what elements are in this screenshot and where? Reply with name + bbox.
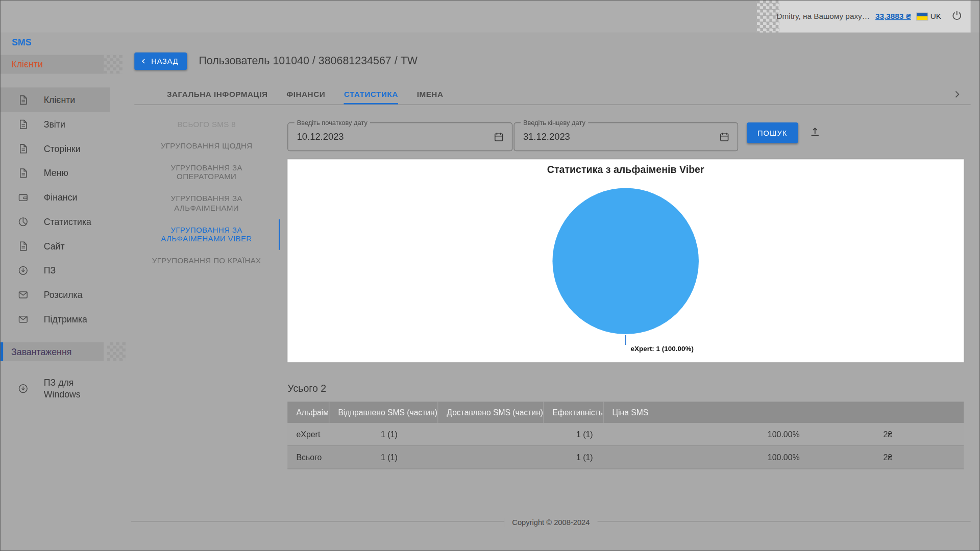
chevron-right-icon [952,90,961,98]
subnav-item[interactable]: УГРУПОВАННЯ ЗА АЛЬФАІМЕНАМИ VIBER [134,219,280,250]
sidebar-item[interactable]: Розсилка [0,282,110,307]
table-row: eXpert 1 (1) 1 (1) 100.00% 2₴ [287,423,964,446]
sidebar-group-clients-label: Клієнти [11,59,43,69]
sidebar-item-label: ПЗ [44,265,56,276]
back-button-label: НАЗАД [151,57,178,65]
sidebar-group-downloads-label: Завантаження [11,347,71,357]
sidebar-item-label: Сторінки [44,143,81,154]
download-icon [17,383,29,394]
download-icon [17,265,29,276]
search-button[interactable]: ПОШУК [747,122,798,143]
main-content: Введіть початкову дату 10.12.2023 Введіт… [287,122,964,469]
export-button[interactable] [808,126,822,139]
pie-slice[interactable] [552,188,699,335]
filter-bar: Введіть початкову дату 10.12.2023 Введіт… [287,122,964,151]
start-date-value: 10.12.2023 [297,123,344,151]
logout-button[interactable] [950,9,963,23]
language-switcher[interactable]: UK [917,12,941,20]
subnav-item[interactable]: УГРУПОВАННЯ ЩОДНЯ [134,135,280,157]
ukraine-flag-icon [917,13,927,19]
statistics-subnav: ВСЬОГО SMS 8 УГРУПОВАННЯ ЩОДНЯ УГРУПОВАН… [134,114,280,271]
upload-icon [808,126,821,138]
document-icon [17,143,29,154]
group-dither-decoration [107,342,126,361]
subnav-item[interactable]: УГРУПОВАННЯ ЗА ОПЕРАТОРАМИ [134,157,280,188]
table-body: eXpert 1 (1) 1 (1) 100.00% 2₴ Всього 1 (… [287,423,964,469]
sidebar-item-label: Меню [44,168,68,178]
sidebar-items: Клієнти Звіти Сторінки Меню Фінанси Стат… [0,87,133,331]
end-date-value: 31.12.2023 [523,123,570,151]
tab[interactable]: ІМЕНА [417,85,444,105]
chart-title: Статистика з альфаіменів Viber [287,159,964,176]
sidebar-item-label: Розсилка [44,290,83,300]
sidebar-item-label: Клієнти [44,95,76,105]
sidebar-item[interactable]: Клієнти [0,87,110,112]
language-label: UK [930,12,941,20]
chevron-left-icon [141,58,147,64]
sidebar-item[interactable]: Сторінки [0,136,110,161]
tab[interactable]: ФІНАНСИ [286,85,325,105]
subnav-item[interactable]: УГРУПОВАННЯ ЗА АЛЬФАІМЕНАМИ [134,188,280,219]
table-header-cell: Ціна SMS [603,402,648,423]
tab[interactable]: СТАТИСТИКА [344,85,398,105]
table-cell: 1 (1) [372,430,568,439]
sidebar-item-label: Підтримка [44,314,87,324]
sidebar-item-label: Звіти [44,119,65,129]
tab-bar: ЗАГАЛЬНА ІНФОРМАЦІЯ ФІНАНСИ СТАТИСТИКА І… [134,85,970,105]
sidebar-section-sms: SMS [12,37,31,47]
sidebar-item[interactable]: ПЗ [0,258,110,283]
table-cell: Всього [287,453,372,462]
table-cell: 100.00% [759,430,875,439]
sidebar-item-windows-software[interactable]: ПЗ для Windows [0,373,133,404]
balance-link[interactable]: 33,3883 ₴ [875,12,911,20]
page-title: Пользователь 101040 / 380681234567 / TW [199,55,418,68]
table-cell: 1 (1) [568,453,759,462]
subnav-item[interactable]: УГРУПОВАННЯ ПО КРАЇНАХ [134,250,280,272]
sidebar-group-clients[interactable]: Клієнти [0,55,104,74]
wallet-icon [17,191,29,203]
topbar-dither-decoration [757,0,779,33]
sidebar-item[interactable]: Сайт [0,234,110,258]
sidebar-item[interactable]: Фінанси [0,185,110,209]
end-date-field[interactable]: Введіть кінцеву дату 31.12.2023 [514,122,739,151]
envelope-icon [17,313,29,324]
sidebar-item[interactable]: Звіти [0,112,110,136]
calendar-icon[interactable] [493,131,504,142]
document-icon [17,118,29,130]
table-cell: 1 (1) [372,453,568,462]
chart-panel: Статистика з альфаіменів Viber eXpert: 1… [287,159,964,362]
table-header-cell: Ефективність [543,402,603,423]
summary-total: Усього 2 [287,383,964,394]
sidebar-item[interactable]: Статистика [0,209,110,234]
document-icon [17,94,29,105]
sidebar-item[interactable]: Підтримка [0,307,110,331]
sidebar: SMS Клієнти Клієнти Звіти Сторінки Меню … [0,33,133,551]
user-greeting: Dmitry, на Вашому раху… [776,12,870,20]
sidebar-item-label: ПЗ для Windows [44,377,100,400]
pie-chart: eXpert: 1 (100.00%) [287,159,964,362]
calendar-icon[interactable] [719,131,730,142]
sidebar-item-label: Фінанси [44,192,78,203]
table-cell: eXpert [287,430,372,439]
table-header-cell: Альфаім [287,402,329,423]
subnav-item[interactable]: ВСЬОГО SMS 8 [134,114,280,136]
tabs-scroll-right-button[interactable] [952,90,961,98]
sidebar-group-downloads[interactable]: Завантаження [0,342,104,361]
tab[interactable]: ЗАГАЛЬНА ІНФОРМАЦІЯ [167,85,268,105]
table-header-cell: Відправлено SMS (частин) [329,402,437,423]
back-button[interactable]: НАЗАД [134,53,187,70]
table-cell: 2₴ [874,430,964,439]
table-header-cell: Доставлено SMS (частин) [437,402,543,423]
document-icon [17,240,29,252]
statistics-table: Альфаім Відправлено SMS (частин) Доставл… [287,402,964,469]
sidebar-item-label: Сайт [44,241,65,251]
start-date-field[interactable]: Введіть початкову дату 10.12.2023 [287,122,512,151]
envelope-icon [17,289,29,300]
table-row: Всього 1 (1) 1 (1) 100.00% 2₴ [287,446,964,469]
table-cell: 100.00% [759,453,875,462]
group-dither-decoration [104,55,122,74]
pie-chart-icon [17,216,29,227]
table-cell: 1 (1) [568,430,759,439]
power-icon [950,9,963,21]
sidebar-item[interactable]: Меню [0,161,110,185]
